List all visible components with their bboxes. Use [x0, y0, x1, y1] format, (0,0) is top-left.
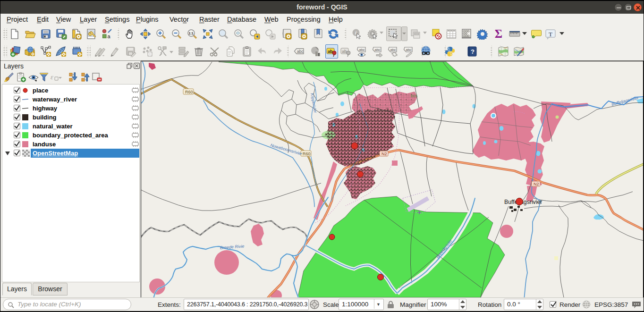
svg-text:ab: ab: [342, 49, 347, 54]
svg-text:Buffeljagsrivier: Buffeljagsrivier: [504, 199, 542, 205]
svg-text:N2: N2: [534, 182, 539, 186]
svg-text:ε: ε: [51, 73, 53, 81]
svg-text:a: a: [108, 34, 111, 39]
svg-text:abc: abc: [375, 48, 381, 52]
svg-text:?: ?: [471, 48, 475, 55]
svg-text:N2: N2: [381, 152, 387, 156]
svg-text:abc: abc: [359, 48, 365, 52]
svg-text:abc: abc: [406, 48, 412, 52]
svg-text:T: T: [549, 31, 552, 38]
svg-text:1:1: 1:1: [189, 32, 194, 35]
svg-text:R60: R60: [303, 152, 311, 156]
svg-text:bos: bos: [411, 93, 418, 98]
svg-text:R60: R60: [185, 90, 193, 94]
svg-text:ab: ab: [328, 49, 333, 54]
svg-text:abc: abc: [297, 49, 304, 54]
svg-text:abc: abc: [390, 48, 396, 52]
